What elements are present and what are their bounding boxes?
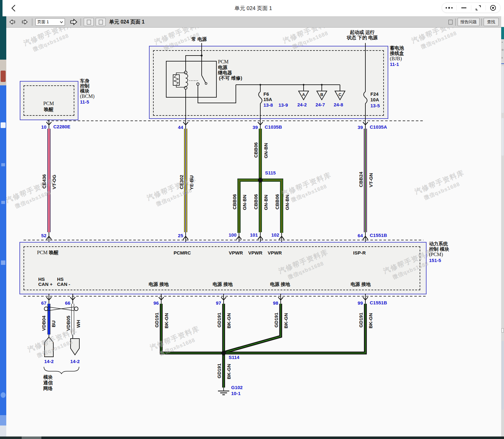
page-select[interactable]: 页面 1	[35, 18, 65, 26]
pcm-pin-gnd-1: 电源 接地	[149, 282, 169, 287]
pin-25: 25	[171, 233, 183, 238]
pcm-pin-ispr: ISP-R	[353, 250, 366, 255]
pcm-pin-vpwr-1: VPWR	[229, 250, 243, 255]
fuse-f24-name: F24	[370, 92, 379, 97]
background-window-left-edge	[0, 0, 6, 436]
pcm-power-relay	[166, 43, 236, 129]
fuse-f6-rating: 15A	[263, 97, 272, 102]
toolbar-separator	[455, 19, 456, 26]
toolbar-separator	[481, 19, 482, 26]
pcm-name-2: 控制 模块	[429, 247, 449, 252]
relay-output-bus	[236, 84, 340, 92]
splice-s114-dot	[221, 351, 226, 356]
connector-stubs	[49, 120, 365, 339]
caret-down-icon	[60, 21, 63, 23]
triangle-b-page: 24-7	[316, 102, 325, 107]
label-constant-power: 常 电源	[191, 37, 207, 42]
pcm-name-1: 动力系统	[429, 241, 448, 246]
wire-cbb06-color-top: GN-BN	[263, 143, 268, 158]
offpage-ref-left: 14-2	[44, 359, 54, 364]
record-icon[interactable]: ◎	[501, 48, 504, 51]
bcm-name-2: 控制	[80, 83, 89, 88]
placeholder-glyph-icon	[448, 20, 453, 24]
label-run-start-1: 起动或 运行	[350, 30, 374, 35]
wire-gd191-circuit-3: GD191	[273, 313, 279, 328]
wire-cbb06-circuit-l: CBB06	[232, 194, 237, 209]
go-to-page-button[interactable]	[70, 19, 77, 25]
placeholder-glyph-icon	[87, 20, 91, 24]
left-edge-pale	[0, 426, 6, 436]
report-problem-button[interactable]: 报告问题	[458, 18, 480, 26]
wire-vdb05-color: WH	[76, 320, 81, 328]
ground-g102-label: G102	[231, 385, 243, 390]
prev-page-button[interactable]	[9, 19, 15, 24]
wire-gd191-color-5: BK-GN	[226, 364, 231, 379]
next-page-button[interactable]	[22, 19, 28, 24]
minimize-icon[interactable]	[457, 3, 471, 13]
right-edge-panel	[501, 66, 504, 113]
close-icon[interactable]: ×	[501, 41, 503, 44]
more-options-icon[interactable]	[442, 3, 456, 13]
wire-gd191-color-4: BK-GN	[368, 313, 373, 328]
taskbar	[0, 436, 504, 439]
bcm-name-1: 车身	[80, 78, 89, 83]
wire-cbb06-color-r: GN-BN	[284, 195, 290, 210]
pin-99: 99	[350, 300, 363, 306]
pcm-pin-hs2: HS	[57, 277, 64, 282]
toolbar-separator	[32, 19, 32, 26]
wire-cbb24-circuit: CBB24	[358, 172, 363, 187]
connector-c1551b-top: C1551B	[370, 233, 387, 238]
view-mode-button-1[interactable]	[84, 18, 94, 26]
triangle-c-page: 24-8	[334, 102, 343, 107]
right-edge-button	[501, 328, 504, 333]
menu-icon[interactable]: ≡	[501, 56, 503, 59]
bjb-name-2: 接线盒	[390, 51, 404, 56]
wire-ce436-color: VT-OG	[51, 175, 57, 190]
pin-10: 10	[34, 124, 46, 130]
page-select-value: 页面 1	[37, 19, 49, 25]
right-edge-blue-line	[501, 63, 504, 64]
fuse-f6-page1: 13-8	[263, 103, 273, 108]
pcm-abbr: (PCM)	[429, 252, 443, 257]
app-window: 常 电源 起动或 运行 状态 下的 电源 蓄电池 接线盒 (BJB) 11-1 …	[0, 0, 504, 439]
connector-arrows	[46, 122, 368, 300]
document-title: 单元 024 页面 1	[109, 19, 145, 25]
wire-gd191-circuit-4: GD191	[358, 313, 363, 328]
network-label-3: 网络	[43, 386, 53, 391]
relay-label-2: 电源	[218, 65, 227, 70]
wire-ce302-circuit: CE302	[179, 175, 184, 189]
fullscreen-icon[interactable]	[471, 3, 486, 13]
right-edge-scrollbar[interactable]	[501, 341, 504, 410]
placeholder-glyph-icon	[99, 20, 103, 24]
window-title: 单元 024 页面 1	[3, 5, 504, 12]
splice-s114-label: S114	[229, 355, 239, 360]
splice-s115-label: S115	[265, 170, 276, 175]
pcm-pin-canp: CAN +	[38, 282, 52, 287]
pin-39-c1035a: 39	[350, 125, 363, 130]
splice-s115-dot	[258, 178, 263, 183]
wire-vdb04-color: BU	[51, 320, 56, 327]
triangle-c-letter: C	[338, 92, 341, 97]
wire-vdb04-circuit: VDB04	[41, 316, 46, 331]
view-mode-button-2[interactable]	[96, 18, 106, 26]
find-button[interactable]: 查找	[484, 18, 499, 26]
bcm-abbr: (BCM)	[80, 94, 94, 99]
pcm-page-ref: 151-5	[429, 258, 441, 263]
window-controls-pill	[442, 3, 501, 13]
relay-label-4: (不可 维修)	[219, 76, 242, 81]
pin-98: 98	[266, 300, 278, 306]
thumbnail-button[interactable]	[447, 19, 454, 25]
wire-gd191-color-1: BK-GN	[164, 313, 169, 328]
pcm-pin-wake-cn: 唤醒	[49, 250, 58, 255]
left-edge-faint-mark	[1, 260, 5, 265]
target-icon[interactable]	[486, 3, 500, 13]
wire-gd191-color-2: BK-GN	[226, 313, 231, 328]
wire-gd191-circuit-1: GD191	[154, 313, 159, 328]
wire-cbb06-circuit-r: CBB06	[274, 194, 280, 209]
relay-label-3: 继电器	[218, 70, 232, 75]
wire-vdb05-circuit: VDB05	[66, 316, 71, 331]
bcm-name-3: 模块	[80, 88, 89, 94]
bcm-page-ref: 11-5	[80, 99, 89, 104]
fuse-f24-symbol	[364, 43, 367, 129]
titlebar: 单元 024 页面 1	[3, 0, 504, 16]
